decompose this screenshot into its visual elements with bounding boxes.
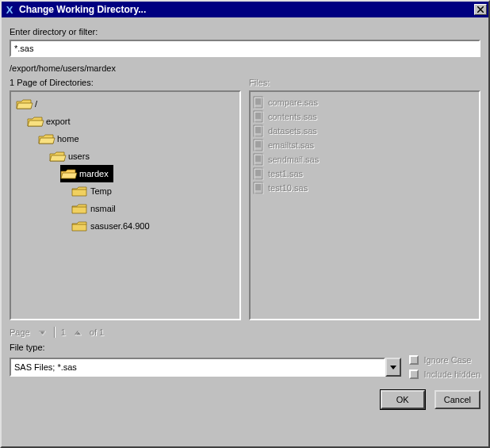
file-item-label: datasets.sas: [268, 126, 317, 136]
close-icon: [477, 6, 484, 13]
directory-tree[interactable]: /exporthomeusersmardexTempnsmailsasuser.…: [10, 90, 241, 320]
filetype-dropdown-button[interactable]: [385, 358, 401, 377]
ignore-case-label: Ignore Case: [423, 355, 471, 365]
file-icon: [252, 153, 265, 166]
pager-divider: [54, 327, 55, 338]
pager-down-icon[interactable]: [36, 327, 48, 338]
file-item[interactable]: datasets.sas: [252, 124, 477, 138]
file-item-label: compare.sas: [268, 98, 318, 107]
folder-open-icon: [60, 168, 76, 180]
file-icon: [252, 167, 265, 180]
file-item[interactable]: compare.sas: [252, 95, 477, 109]
tree-item-label: home: [57, 134, 79, 144]
pager: Page 1 of 1: [10, 327, 480, 338]
files-header: Files:: [249, 78, 480, 87]
tree-item[interactable]: export: [27, 113, 238, 130]
folder-icon: [71, 203, 87, 215]
chevron-down-icon: [389, 363, 397, 371]
tree-item-label: /: [35, 99, 37, 109]
tree-item[interactable]: mardex: [60, 165, 113, 182]
checkbox-icon: [409, 370, 419, 379]
include-hidden-checkbox[interactable]: Include hidden: [409, 370, 480, 379]
filter-input[interactable]: [10, 40, 480, 57]
pager-up-icon[interactable]: [72, 327, 83, 338]
tree-item-label: export: [46, 117, 71, 126]
tree-item[interactable]: sasuser.64.900: [71, 217, 238, 235]
app-icon: X: [3, 3, 16, 16]
tree-item[interactable]: home: [38, 130, 238, 147]
folder-open-icon: [38, 133, 54, 145]
close-button[interactable]: [474, 4, 487, 15]
folder-open-icon: [49, 151, 65, 163]
file-icon: [252, 96, 265, 109]
folder-icon: [71, 220, 87, 232]
directories-header: 1 Page of Directories:: [10, 78, 241, 87]
tree-item[interactable]: /: [16, 95, 238, 113]
file-icon: [252, 124, 265, 137]
tree-item[interactable]: Temp: [71, 182, 238, 200]
tree-item-label: mardex: [79, 169, 109, 178]
filter-label: Enter directory or filter:: [10, 27, 480, 36]
folder-icon: [71, 186, 87, 197]
tree-item[interactable]: users: [49, 147, 238, 165]
tree-item[interactable]: nsmail: [71, 200, 238, 217]
folder-open-icon: [16, 98, 32, 110]
pager-page-num: 1: [61, 327, 66, 337]
checkbox-icon: [409, 355, 419, 365]
file-item[interactable]: emailtst.sas: [252, 138, 477, 152]
file-item-label: contents.sas: [268, 112, 317, 121]
file-item[interactable]: contents.sas: [252, 109, 477, 124]
file-icon: [252, 110, 265, 123]
pager-of-label: of 1: [90, 327, 104, 337]
tree-item-label: users: [68, 151, 90, 161]
window-title: Change Working Directory...: [19, 4, 474, 15]
file-item[interactable]: test1.sas: [252, 167, 477, 181]
file-item[interactable]: test10.sas: [252, 181, 477, 195]
dialog-window: X Change Working Directory... Enter dire…: [0, 0, 490, 448]
titlebar: X Change Working Directory...: [2, 2, 488, 17]
ok-button[interactable]: OK: [381, 390, 425, 409]
file-item[interactable]: sendmail.sas: [252, 152, 477, 167]
file-item-label: test10.sas: [268, 183, 308, 193]
file-item-label: test1.sas: [268, 169, 303, 178]
tree-item-label: nsmail: [90, 204, 116, 213]
current-path: /export/home/users/mardex: [10, 63, 480, 73]
filetype-combo[interactable]: [10, 358, 401, 377]
file-item-label: sendmail.sas: [268, 155, 319, 164]
filetype-label: File type:: [10, 343, 480, 352]
folder-open-icon: [27, 116, 43, 128]
file-list[interactable]: compare.sascontents.sasdatasets.sasemail…: [249, 90, 480, 320]
filetype-input[interactable]: [10, 358, 385, 377]
include-hidden-label: Include hidden: [423, 370, 480, 379]
tree-item-label: Temp: [90, 186, 112, 196]
pager-page-label: Page: [10, 327, 30, 337]
file-item-label: emailtst.sas: [268, 140, 314, 150]
dialog-content: Enter directory or filter: /export/home/…: [2, 17, 488, 415]
ignore-case-checkbox[interactable]: Ignore Case: [409, 355, 480, 365]
tree-item-label: sasuser.64.900: [90, 221, 150, 231]
file-icon: [252, 182, 265, 194]
file-icon: [252, 139, 265, 151]
cancel-button[interactable]: Cancel: [434, 390, 480, 409]
